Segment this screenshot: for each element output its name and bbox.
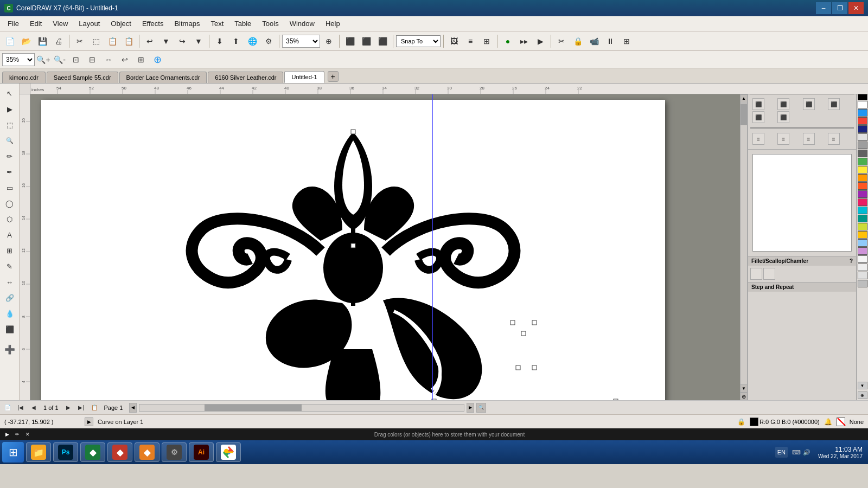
lock-button[interactable]: 🔒 bbox=[570, 34, 585, 49]
taskbar-coreldraw-snap[interactable]: ◆ bbox=[80, 442, 105, 462]
color-orange2[interactable] bbox=[858, 182, 867, 190]
taskbar-chrome[interactable] bbox=[216, 442, 241, 462]
tool-connector[interactable]: 🔗 bbox=[2, 290, 17, 305]
align-btn-3[interactable]: ⬛ bbox=[803, 98, 815, 110]
start-button[interactable]: ⊞ bbox=[2, 442, 24, 463]
fillet-btn-1[interactable] bbox=[750, 268, 762, 280]
tool-parallel[interactable]: ✎ bbox=[2, 259, 17, 274]
snap-select[interactable]: Snap To Grid Guidelines bbox=[396, 35, 441, 47]
color-cyan[interactable] bbox=[858, 207, 867, 214]
vertical-scrollbar[interactable]: ▲ ▼ bbox=[740, 94, 748, 393]
tab-6160[interactable]: 6160 Silver Leather.cdr bbox=[208, 72, 283, 83]
menu-view[interactable]: View bbox=[47, 17, 73, 30]
zoom-select[interactable]: 35% 50% 75% 100% bbox=[282, 35, 320, 48]
paste-button[interactable]: 📋 bbox=[105, 34, 120, 49]
zoom-fit2-button[interactable]: ⊡ bbox=[68, 52, 84, 67]
color-gray3[interactable] bbox=[858, 150, 867, 157]
color-gray1[interactable] bbox=[858, 133, 867, 141]
color-teal[interactable] bbox=[858, 215, 867, 222]
menu-table[interactable]: Table bbox=[229, 17, 257, 30]
color-graylight1[interactable] bbox=[858, 255, 867, 263]
h-scrollbar-track[interactable] bbox=[139, 404, 464, 412]
taskbar-explorer[interactable]: 📁 bbox=[26, 442, 51, 462]
color-darkblue[interactable] bbox=[858, 125, 867, 133]
page-next-button[interactable]: ▶ bbox=[63, 402, 74, 413]
zoom-page-button[interactable]: ⊟ bbox=[85, 52, 100, 67]
taskbar-coreldraw-red[interactable]: ◆ bbox=[107, 442, 132, 462]
distribute-btn-2[interactable]: ≡ bbox=[777, 133, 789, 145]
menu-object[interactable]: Object bbox=[105, 17, 137, 30]
distribute-btn-1[interactable]: ≡ bbox=[752, 133, 764, 145]
play-button[interactable]: ▶ bbox=[533, 34, 548, 49]
color-purple[interactable] bbox=[858, 190, 867, 198]
add-page-button[interactable]: ⊕ bbox=[150, 52, 165, 67]
pause-button[interactable]: ⏸ bbox=[603, 34, 618, 49]
scrollbar-down-btn[interactable]: ▼ bbox=[741, 384, 747, 392]
align-distribute[interactable]: ≡ bbox=[463, 34, 478, 49]
align-l[interactable]: ⬛ bbox=[342, 34, 358, 49]
tool-select[interactable]: ↖ bbox=[2, 86, 17, 101]
page-end-button[interactable]: 📋 bbox=[89, 402, 100, 413]
menu-file[interactable]: File bbox=[2, 17, 24, 30]
taskbar-plugin[interactable]: ⚙ bbox=[162, 442, 187, 462]
h-scrollbar-thumb[interactable] bbox=[205, 404, 302, 411]
scrollbar-thumb[interactable] bbox=[741, 104, 747, 125]
tab-untitled[interactable]: Untitled-1 bbox=[284, 71, 324, 83]
palette-scroll-down[interactable]: ▼ bbox=[858, 382, 867, 389]
color-bluelight[interactable] bbox=[858, 239, 867, 247]
tool-ellipse[interactable]: ◯ bbox=[2, 196, 17, 211]
video-button[interactable]: 📹 bbox=[586, 34, 602, 49]
distribute-btn-4[interactable]: ≡ bbox=[828, 133, 840, 145]
tab-kimono[interactable]: kimono.cdr bbox=[2, 72, 46, 83]
grid-button[interactable]: ⊞ bbox=[619, 34, 634, 49]
record-button[interactable]: ● bbox=[500, 34, 515, 49]
color-strip-pen[interactable]: ✏ bbox=[12, 429, 22, 439]
menu-help[interactable]: Help bbox=[320, 17, 346, 30]
color-yellow[interactable] bbox=[858, 166, 867, 174]
fill-indicator[interactable]: R:0 G:0 B:0 (#000000) bbox=[750, 418, 820, 426]
redo-dropdown[interactable]: ▼ bbox=[191, 34, 206, 49]
color-pink[interactable] bbox=[858, 198, 867, 206]
tab-saeed[interactable]: Saeed Sample 55.cdr bbox=[47, 72, 118, 83]
align-btn-1[interactable]: ⬛ bbox=[752, 98, 764, 110]
copy-button[interactable]: ⬚ bbox=[88, 34, 104, 49]
tab-border[interactable]: Border Lace Ornaments.cdr bbox=[119, 72, 207, 83]
align-btn-2[interactable]: ⬛ bbox=[777, 98, 789, 110]
more-button[interactable]: ▸▸ bbox=[516, 34, 532, 49]
print-button[interactable]: 🖨 bbox=[51, 34, 66, 49]
scrollbar-corner-add[interactable]: ⊕ bbox=[740, 393, 748, 400]
color-strip-x[interactable]: ✕ bbox=[23, 429, 33, 439]
fillet-btn-2[interactable] bbox=[763, 268, 775, 280]
add-tab-button[interactable]: + bbox=[328, 71, 339, 82]
color-lime[interactable] bbox=[858, 223, 867, 230]
zoom-prev-button[interactable]: ↩ bbox=[117, 52, 132, 67]
tool-interactive[interactable]: ⬛ bbox=[2, 322, 17, 337]
undo-dropdown[interactable]: ▼ bbox=[158, 34, 174, 49]
zoom-width-button[interactable]: ↔ bbox=[101, 52, 116, 67]
tool-shape[interactable]: ▶ bbox=[2, 101, 17, 117]
color-strip-tools[interactable]: ▶ bbox=[2, 429, 12, 439]
open-button[interactable]: 📂 bbox=[18, 34, 34, 49]
tool-eyedropper[interactable]: 💧 bbox=[2, 306, 17, 321]
tool-table[interactable]: ⊞ bbox=[2, 243, 17, 258]
minimize-button[interactable]: – bbox=[816, 2, 831, 14]
color-orange[interactable] bbox=[858, 174, 867, 182]
tool-text[interactable]: A bbox=[2, 227, 17, 242]
restore-button[interactable]: ❐ bbox=[832, 2, 847, 14]
bitmap-button[interactable]: 🖼 bbox=[446, 34, 462, 49]
zoom-out-button[interactable]: 🔍- bbox=[52, 52, 67, 67]
new-button[interactable]: 📄 bbox=[2, 34, 17, 49]
color-purplelight[interactable] bbox=[858, 247, 867, 255]
color-red[interactable] bbox=[858, 117, 867, 125]
align-c[interactable]: ⬛ bbox=[359, 34, 374, 49]
knife-button[interactable]: ✂ bbox=[554, 34, 569, 49]
h-scroll-left[interactable]: ◀ bbox=[129, 403, 137, 413]
tool-polygon[interactable]: ⬡ bbox=[2, 211, 17, 227]
save-button[interactable]: 💾 bbox=[35, 34, 50, 49]
menu-tools[interactable]: Tools bbox=[257, 17, 284, 30]
publish-button[interactable]: 🌐 bbox=[245, 34, 260, 49]
align-btn-5[interactable]: ⬛ bbox=[752, 111, 764, 123]
align-r[interactable]: ⬛ bbox=[375, 34, 390, 49]
distribute-btn-3[interactable]: ≡ bbox=[803, 133, 815, 145]
color-gray2[interactable] bbox=[858, 142, 867, 149]
